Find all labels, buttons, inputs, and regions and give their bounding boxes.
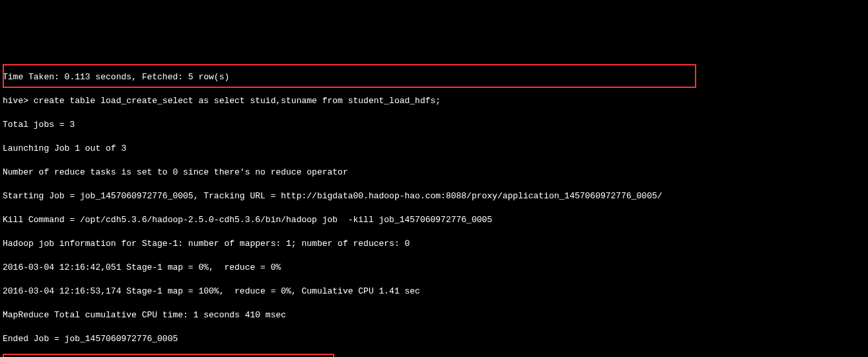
output-line: 2016-03-04 12:16:53,174 Stage-1 map = 10…: [3, 286, 865, 298]
output-line: Ended Job = job_1457060972776_0005: [3, 333, 865, 345]
output-line: 2016-03-04 12:16:42,051 Stage-1 map = 0%…: [3, 262, 865, 274]
output-line: Launching Job 1 out of 3: [3, 143, 865, 155]
terminal-output[interactable]: Time Taken: 0.113 seconds, Fetched: 5 ro…: [0, 60, 868, 357]
hive-prompt-create-table: hive> create table load_create_select as…: [3, 95, 865, 107]
output-line: MapReduce Total cumulative CPU time: 1 s…: [3, 309, 865, 321]
output-line: Total jobs = 3: [3, 119, 865, 131]
output-line: Kill Command = /opt/cdh5.3.6/hadoop-2.5.…: [3, 214, 865, 226]
output-line: Starting Job = job_1457060972776_0005, T…: [3, 190, 865, 202]
output-line: Time Taken: 0.113 seconds, Fetched: 5 ro…: [3, 71, 865, 83]
output-line: Number of reduce tasks is set to 0 since…: [3, 167, 865, 178]
output-line: Hadoop job information for Stage-1: numb…: [3, 238, 865, 250]
